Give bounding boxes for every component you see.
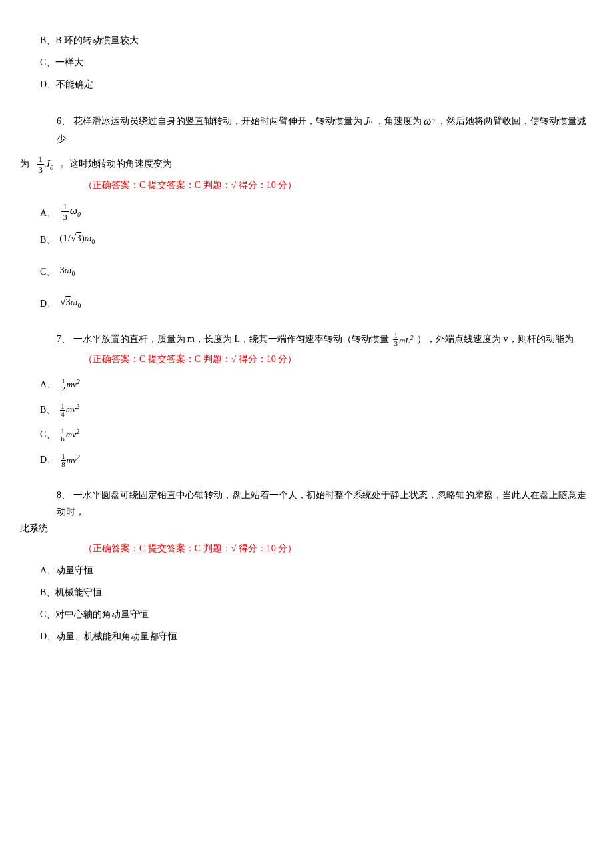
option-6b: B、 (1/√3)ω0 [40,229,593,248]
formula-3omega0: 3ω0 [59,261,75,280]
question-text-after: ），外端点线速度为 v，则杆的动能为 [417,334,574,344]
option-c-prev: C、一样大 [40,54,593,71]
option-label: C、 [40,263,55,280]
option-label: A、 [40,376,56,393]
formula-one-third-J0: 13 J0 [36,155,54,174]
formula-J0: J0 [364,112,372,131]
option-text: B、机械能守恒 [40,587,102,597]
formula-1-over-sqrt3-omega0: (1/√3)ω0 [59,229,95,248]
formula-eighth-mv2: 18mv2 [60,451,80,468]
option-text: D、不能确定 [40,79,93,89]
question-text-suffix: 。这时她转动的角速度变为 [60,158,172,168]
answer-feedback-6: （正确答案：C 提交答案：C 判题：√ 得分：10 分） [83,177,593,193]
option-d-prev: D、不能确定 [40,76,593,93]
option-label: D、 [40,451,56,468]
question-7-text: 7、 一水平放置的直杆，质量为 m，长度为 L，绕其一端作匀速率转动（转动惯量 … [57,331,593,348]
question-number: 8、 [57,490,71,500]
option-label: D、 [40,295,56,312]
option-label: C、 [40,426,55,443]
question-6: 6、 花样滑冰运动员绕过自身的竖直轴转动，开始时两臂伸开，转动惯量为 J0 ，角… [20,112,593,313]
option-7a: A、 12mv2 [40,376,593,393]
option-7b: B、 14mv2 [40,401,593,418]
question-8-line2: 此系统 [20,520,593,537]
question-8-line1: 8、 一水平圆盘可绕固定铅直中心轴转动，盘上站着一个人，初始时整个系统处于静止状… [57,487,593,520]
formula-sqrt3-omega0: √3ω0 [60,293,81,312]
question-6-line1: 6、 花样滑冰运动员绕过自身的竖直轴转动，开始时两臂伸开，转动惯量为 J0 ，角… [57,112,593,148]
option-6d: D、 √3ω0 [40,293,593,312]
formula-one-third-mL2: 13mL2 [392,332,413,349]
answer-feedback-7: （正确答案：C 提交答案：C 判题：√ 得分：10 分） [83,351,593,367]
question-number: 7、 [57,334,71,344]
option-8a: A、动量守恒 [40,562,593,579]
formula-quarter-mv2: 14mv2 [59,401,79,418]
option-8b: B、机械能守恒 [40,584,593,601]
formula-sixth-mv2: 16mv2 [59,426,79,443]
answer-text: （正确答案：C 提交答案：C 判题：√ 得分：10 分） [83,354,297,364]
option-7d: D、 18mv2 [40,451,593,468]
question-7: 7、 一水平放置的直杆，质量为 m，长度为 L，绕其一端作匀速率转动（转动惯量 … [20,331,593,468]
option-8c: C、对中心轴的角动量守恒 [40,606,593,623]
formula-one-third-omega0: 13ω0 [60,201,81,221]
option-text: C、一样大 [40,57,83,67]
option-label: B、 [40,401,55,418]
option-6a: A、 13ω0 [40,201,593,221]
option-label: A、 [40,205,56,221]
answer-feedback-8: （正确答案：C 提交答案：C 判题：√ 得分：10 分） [83,540,593,557]
option-8d: D、动量、机械能和角动量都守恒 [40,628,593,645]
option-text: C、对中心轴的角动量守恒 [40,609,149,619]
option-6c: C、 3ω0 [40,261,593,280]
question-text-part2: ，角速度为 [375,115,422,125]
option-b-prev: B、B 环的转动惯量较大 [40,32,593,49]
option-label: B、 [40,231,55,248]
question-text-part1: 花样滑冰运动员绕过自身的竖直轴转动，开始时两臂伸开，转动惯量为 [73,115,362,125]
question-number: 6、 [57,115,71,125]
question-text-line2: 此系统 [20,523,48,533]
formula-omega0: ω0 [424,112,434,131]
option-text: B、B 环的转动惯量较大 [40,35,139,45]
answer-text: （正确答案：C 提交答案：C 判题：√ 得分：10 分） [83,543,297,553]
option-text: A、动量守恒 [40,565,93,575]
option-text: D、动量、机械能和角动量都守恒 [40,631,177,641]
question-text-line1: 一水平圆盘可绕固定铅直中心轴转动，盘上站着一个人，初始时整个系统处于静止状态，忽… [57,490,586,517]
question-text-before: 一水平放置的直杆，质量为 m，长度为 L，绕其一端作匀速率转动（转动惯量 [73,334,389,344]
question-6-line2: 为 13 J0 。这时她转动的角速度变为 [20,155,593,174]
answer-text: （正确答案：C 提交答案：C 判题：√ 得分：10 分） [83,180,297,190]
option-7c: C、 16mv2 [40,426,593,443]
question-8: 8、 一水平圆盘可绕固定铅直中心轴转动，盘上站着一个人，初始时整个系统处于静止状… [20,487,593,645]
question-text-prefix: 为 [20,158,29,168]
formula-half-mv2: 12mv2 [60,376,80,393]
